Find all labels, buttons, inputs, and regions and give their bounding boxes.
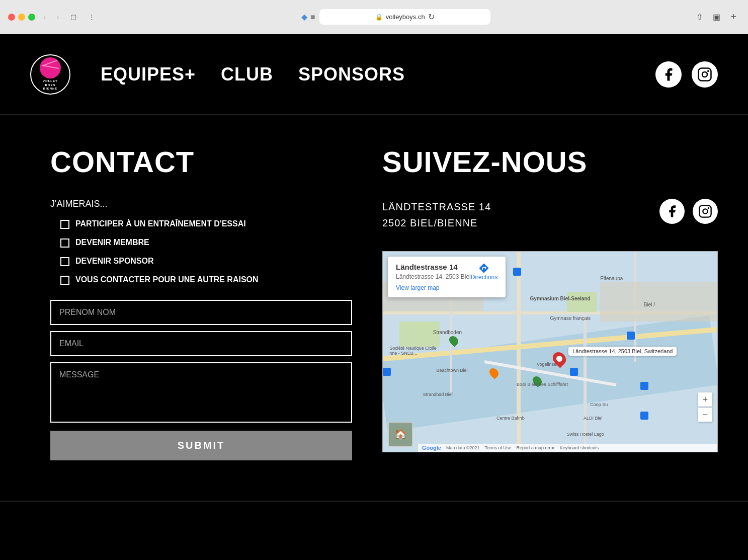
map-label-strandboden: Strandboden — [433, 330, 462, 335]
navigation: VOLLEY BOYS BIENNE EQUIPES+ CLUB SPONSOR… — [0, 34, 748, 115]
suivez-facebook-icon[interactable] — [659, 199, 685, 224]
street-view-thumbnail[interactable]: 🏠 — [388, 422, 413, 447]
new-tab-button[interactable]: + — [727, 9, 740, 25]
close-dot[interactable] — [8, 14, 15, 21]
map-larger-map-link[interactable]: View larger map — [396, 284, 439, 291]
name-input[interactable] — [50, 300, 352, 325]
transit-1 — [513, 268, 521, 276]
map-label-beach: Beachtown Biel — [436, 368, 467, 373]
option-2[interactable]: DEVENIR MEMBRE — [60, 238, 352, 248]
back-button[interactable]: ‹ — [40, 11, 49, 23]
map-label-hostel: Swiss Hostel Lago — [567, 432, 604, 437]
svg-rect-0 — [699, 68, 711, 81]
map-label-gym: Gymnasium Biel-Seeland — [530, 296, 591, 301]
nav-social — [655, 61, 718, 88]
terms-link[interactable]: Terms of Use — [485, 445, 512, 450]
email-input[interactable] — [50, 331, 352, 356]
map-container[interactable]: Ländtestrasse 14 Ländtestrasse 14, 2503 … — [382, 251, 718, 452]
transit-2 — [627, 332, 635, 340]
map-popup-links: View larger map — [396, 284, 471, 291]
nav-links: EQUIPES+ CLUB SPONSORS — [101, 64, 655, 85]
green-pin-1 — [450, 336, 458, 346]
google-logo: Google — [422, 445, 441, 451]
option-4[interactable]: VOUS CONTACTER POUR UNE AUTRE RAISON — [60, 275, 352, 285]
map-label-bsg: BSG Bielersee Schifffahrt — [517, 382, 568, 387]
checkbox-4[interactable] — [60, 276, 69, 285]
map-popup-title: Ländtestrasse 14 — [396, 263, 471, 271]
map-label-elfenaupa: Elfenaupa — [600, 276, 623, 281]
option-1[interactable]: PARTICIPER À UN ENTRAÎNEMENT D'ESSAI — [60, 219, 352, 229]
radio-options: PARTICIPER À UN ENTRAÎNEMENT D'ESSAI DEV… — [60, 219, 352, 285]
nav-instagram-icon[interactable] — [692, 61, 718, 88]
maximize-dot[interactable] — [28, 14, 35, 21]
zoom-out-button[interactable]: − — [698, 408, 712, 422]
checkbox-3[interactable] — [60, 257, 69, 266]
logo: VOLLEY BOYS BIENNE — [30, 54, 70, 95]
contact-title: CONTACT — [50, 145, 352, 179]
orange-pin — [490, 368, 498, 378]
address-line2: 2502 BIEL/BIENNE — [382, 215, 491, 231]
directions-label: Directions — [471, 274, 497, 281]
map-label-coop: Coop Su — [590, 402, 608, 407]
address-line1: LÄNDTESTRASSE 14 — [382, 199, 491, 215]
nav-sponsors[interactable]: SPONSORS — [298, 64, 405, 85]
address-bar[interactable]: 🔒 volleyboys.ch ↻ — [319, 9, 490, 25]
transit-5 — [640, 382, 648, 390]
svg-point-5 — [708, 207, 710, 209]
svg-rect-3 — [699, 205, 711, 217]
nav-club[interactable]: CLUB — [221, 64, 273, 85]
transit-6 — [640, 412, 648, 420]
map-popup: Ländtestrasse 14 Ländtestrasse 14, 2503 … — [388, 257, 506, 297]
refresh-button[interactable]: ↻ — [428, 12, 435, 22]
street-view-image: 🏠 — [389, 423, 412, 446]
message-input[interactable] — [50, 362, 352, 423]
pin-label: Ländtestrasse 14, 2503 Biel, Switzerland — [572, 348, 673, 354]
browser-chrome: ‹ › ▢ ⋮ ◆ ■ 🔒 volleyboys.ch ↻ ⇧ ▣ + — [0, 0, 748, 34]
map-pin-container: Ländtestrasse 14, 2503 Biel, Switzerland — [553, 352, 565, 366]
email-field-wrap — [50, 331, 352, 356]
address-block: LÄNDTESTRASSE 14 2502 BIEL/BIENNE — [382, 199, 491, 231]
url-text: volleyboys.ch — [386, 13, 425, 21]
submit-button[interactable]: SUBMIT — [50, 431, 352, 460]
map-label-nautique: Société Nautique Etoilenne - SNEB... — [389, 346, 437, 356]
keyboard-shortcuts[interactable]: Keyboard shortcuts — [560, 445, 599, 450]
map-data-text: Map data ©2021 — [446, 445, 480, 450]
map-popup-address: Ländtestrasse 14, 2503 Biel — [396, 273, 471, 280]
map-label-gymfr: Gymnase français — [550, 315, 591, 321]
checkbox-2[interactable] — [60, 238, 69, 248]
transit-4 — [570, 368, 578, 376]
zoom-in-button[interactable]: + — [698, 392, 712, 407]
share-button[interactable]: ⇧ — [693, 10, 706, 24]
jaimerais-label: J'AIMERAIS... — [50, 199, 352, 209]
svg-point-4 — [703, 209, 707, 213]
main-content: CONTACT J'AIMERAIS... PARTICIPER À UN EN… — [0, 115, 748, 501]
logo-area[interactable]: VOLLEY BOYS BIENNE — [30, 54, 70, 95]
svg-point-2 — [707, 70, 709, 72]
website: VOLLEY BOYS BIENNE EQUIPES+ CLUB SPONSOR… — [0, 34, 748, 560]
nav-facebook-icon[interactable] — [655, 61, 682, 88]
nav-equipes[interactable]: EQUIPES+ — [101, 64, 196, 85]
minimize-dot[interactable] — [18, 14, 25, 21]
directions-button[interactable]: Directions — [471, 263, 497, 281]
footer-line — [0, 501, 748, 502]
browser-actions: ⇧ ▣ + — [693, 9, 740, 25]
tabs-button[interactable]: ▣ — [709, 10, 724, 24]
reader-view-button[interactable]: ▢ — [67, 11, 80, 23]
name-field — [50, 300, 352, 325]
forward-button[interactable]: › — [54, 11, 62, 23]
report-link[interactable]: Report a map error — [517, 445, 555, 450]
option-3[interactable]: DEVENIR SPONSOR — [60, 257, 352, 266]
social-right — [659, 199, 718, 224]
map-footer: Google Map data ©2021 Terms of Use Repor… — [418, 444, 717, 452]
checkbox-1[interactable] — [60, 220, 69, 229]
map-label-biel: Biel / — [644, 302, 655, 307]
lock-icon: 🔒 — [375, 14, 383, 21]
suivez-section: SUIVEZ-NOUS LÄNDTESTRASSE 14 2502 BIEL/B… — [382, 145, 718, 460]
suivez-instagram-icon[interactable] — [693, 199, 718, 224]
suivez-title: SUIVEZ-NOUS — [382, 145, 718, 179]
map-zoom-controls: + − — [698, 392, 712, 422]
sidebar-button[interactable]: ⋮ — [85, 11, 99, 23]
map-label-aldi: ALDI Biel — [584, 416, 603, 421]
contact-section: CONTACT J'AIMERAIS... PARTICIPER À UN EN… — [50, 145, 352, 460]
map-label-centre: Centre Bahnb — [496, 416, 525, 421]
